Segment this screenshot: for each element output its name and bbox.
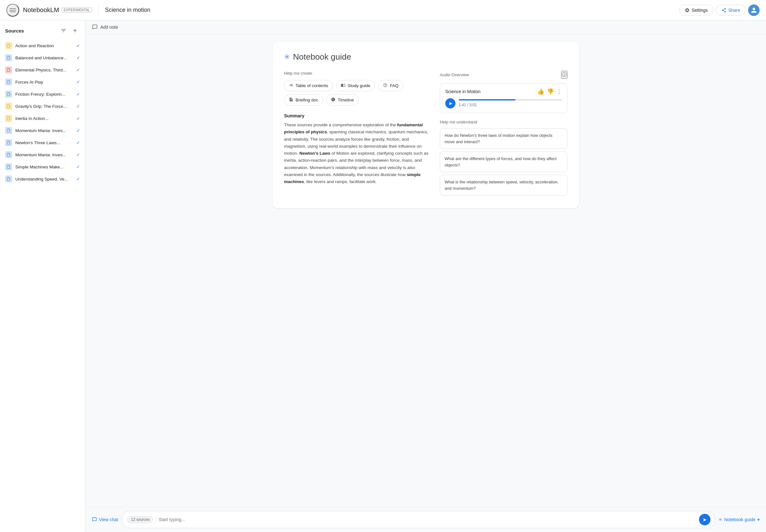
audio-player-top: Science in Motion 👍 👎 ⋮ bbox=[445, 88, 562, 95]
share-button[interactable]: Share bbox=[716, 5, 746, 16]
faq-label: FAQ bbox=[390, 83, 398, 88]
notebook-guide-card: ✳ Notebook guide Help me create Table of… bbox=[272, 42, 579, 208]
sources-badge[interactable]: 12 sources bbox=[127, 516, 153, 523]
source-check[interactable]: ✓ bbox=[76, 43, 80, 48]
menu-icon[interactable] bbox=[6, 4, 19, 17]
add-source-icon[interactable] bbox=[70, 26, 80, 36]
thumbs-down-button[interactable]: 👎 bbox=[547, 88, 554, 95]
source-icon bbox=[5, 115, 12, 122]
topbar-actions: Settings Share bbox=[679, 4, 760, 16]
briefing-button[interactable]: Briefing doc bbox=[284, 94, 323, 106]
audio-title: Science in Motion bbox=[445, 89, 481, 94]
source-label: Newton's Three Laws... bbox=[15, 140, 73, 145]
list-item[interactable]: Momentum Mania: Inves... ✓ bbox=[0, 124, 85, 137]
list-item[interactable]: Balanced and Unbalance... ✓ bbox=[0, 52, 85, 64]
notebook-guide-toggle-label: Notebook guide bbox=[724, 517, 755, 522]
chat-input-wrapper: 12 sources ➤ bbox=[122, 511, 714, 528]
main-layout: Sources Action and Reaction ✓ bbox=[0, 20, 766, 532]
timeline-label: Timeline bbox=[338, 98, 354, 102]
audio-player-card: Science in Motion 👍 👎 ⋮ ▶ bbox=[440, 83, 568, 113]
toc-button[interactable]: Table of contents bbox=[284, 80, 333, 91]
help-create-section: Help me create Table of contentsStudy gu… bbox=[284, 71, 430, 106]
source-icon bbox=[5, 103, 12, 110]
audio-info-icon[interactable]: ⓘ bbox=[561, 71, 568, 79]
source-check[interactable]: ✓ bbox=[76, 164, 80, 169]
view-chat-label: View chat bbox=[99, 517, 118, 522]
study-label: Study guide bbox=[347, 83, 370, 88]
asterisk-icon: ✳ bbox=[284, 53, 290, 61]
content-area: Add note ✳ Notebook guide Help me create bbox=[85, 20, 766, 532]
source-check[interactable]: ✓ bbox=[76, 79, 80, 85]
content-scroll: ✳ Notebook guide Help me create Table of… bbox=[85, 34, 766, 507]
list-item[interactable]: Newton's Three Laws... ✓ bbox=[0, 137, 85, 149]
notebook-guide-toggle[interactable]: ✳ Notebook guide ▾ bbox=[718, 517, 760, 522]
source-check[interactable]: ✓ bbox=[76, 116, 80, 121]
source-check[interactable]: ✓ bbox=[76, 104, 80, 109]
list-item[interactable]: Simple Machines Make... ✓ bbox=[0, 161, 85, 173]
source-icon bbox=[5, 139, 12, 146]
help-create-label: Help me create bbox=[284, 71, 430, 76]
add-note-button[interactable]: Add note bbox=[92, 24, 118, 30]
view-chat-button[interactable]: View chat bbox=[92, 517, 118, 522]
audio-more-button[interactable]: ⋮ bbox=[556, 88, 562, 95]
source-check[interactable]: ✓ bbox=[76, 128, 80, 133]
avatar[interactable] bbox=[748, 4, 760, 16]
source-check[interactable]: ✓ bbox=[76, 92, 80, 97]
timeline-button[interactable]: Timeline bbox=[326, 94, 359, 106]
audio-progress-wrapper[interactable]: 1:41 / 3:01 bbox=[459, 99, 562, 107]
source-label: Friction Frenzy: Explorin... bbox=[15, 92, 73, 97]
svg-rect-0 bbox=[10, 8, 16, 9]
source-label: Understanding Speed, Ve... bbox=[15, 177, 73, 181]
source-label: Simple Machines Make... bbox=[15, 165, 73, 169]
help-understand-section: Help me understand How do Newton's three… bbox=[440, 120, 568, 196]
understand-question-button[interactable]: What are the different types of forces, … bbox=[440, 151, 568, 172]
sources-list: Action and Reaction ✓ Balanced and Unbal… bbox=[0, 38, 85, 532]
list-item[interactable]: Understanding Speed, Ve... ✓ bbox=[0, 173, 85, 185]
svg-rect-1 bbox=[10, 10, 16, 11]
chat-input[interactable] bbox=[159, 517, 696, 522]
play-button[interactable]: ▶ bbox=[445, 98, 456, 108]
thumbs-up-button[interactable]: 👍 bbox=[537, 88, 544, 95]
bottom-bar: View chat 12 sources ➤ ✳ Notebook guide … bbox=[85, 507, 766, 532]
source-icon bbox=[5, 175, 12, 182]
source-label: Inertia In Action... bbox=[15, 116, 73, 121]
chat-input-divider bbox=[156, 516, 156, 523]
send-button[interactable]: ➤ bbox=[699, 514, 710, 525]
list-item[interactable]: Action and Reaction ✓ bbox=[0, 40, 85, 52]
list-item[interactable]: Friction Frenzy: Explorin... ✓ bbox=[0, 88, 85, 100]
audio-overview-label: Audio Overview bbox=[440, 72, 469, 77]
guide-left: Help me create Table of contentsStudy gu… bbox=[284, 71, 430, 198]
audio-time: 1:41 / 3:01 bbox=[459, 103, 477, 107]
chevron-down-icon: ▾ bbox=[757, 517, 760, 522]
list-item[interactable]: Inertia In Action... ✓ bbox=[0, 112, 85, 124]
list-item[interactable]: Gravity's Grip: The Force... ✓ bbox=[0, 100, 85, 112]
source-check[interactable]: ✓ bbox=[76, 55, 80, 60]
source-label: Gravity's Grip: The Force... bbox=[15, 104, 73, 109]
source-check[interactable]: ✓ bbox=[76, 140, 80, 145]
faq-button[interactable]: FAQ bbox=[378, 80, 403, 91]
guide-right: Audio Overview ⓘ Science in Motion 👍 👎 bbox=[440, 71, 568, 198]
source-check[interactable]: ✓ bbox=[76, 67, 80, 72]
filter-icon[interactable] bbox=[58, 26, 69, 36]
study-button[interactable]: Study guide bbox=[336, 80, 375, 91]
toc-label: Table of contents bbox=[295, 83, 328, 88]
understand-question-button[interactable]: How do Newton's three laws of motion exp… bbox=[440, 128, 568, 149]
topbar: NotebookLM Experimental Science in motio… bbox=[0, 0, 766, 20]
audio-overview-header: Audio Overview ⓘ bbox=[440, 71, 568, 79]
settings-button[interactable]: Settings bbox=[679, 5, 713, 16]
list-item[interactable]: Forces At Play ✓ bbox=[0, 76, 85, 88]
summary-text: These sources provide a comprehensive ex… bbox=[284, 122, 430, 185]
briefing-label: Briefing doc bbox=[295, 98, 318, 102]
list-item[interactable]: Momentum Mania: Inves... ✓ bbox=[0, 149, 85, 161]
source-check[interactable]: ✓ bbox=[76, 152, 80, 157]
audio-player-bottom: ▶ 1:41 / 3:01 bbox=[445, 98, 562, 108]
list-item[interactable]: Elemental Physics, Third... ✓ bbox=[0, 64, 85, 76]
guide-body: Help me create Table of contentsStudy gu… bbox=[284, 71, 568, 198]
notebook-guide-title: Notebook guide bbox=[293, 52, 351, 62]
source-icon bbox=[5, 127, 12, 134]
toc-icon bbox=[289, 83, 293, 88]
audio-overview-section: Audio Overview ⓘ Science in Motion 👍 👎 bbox=[440, 71, 568, 113]
source-check[interactable]: ✓ bbox=[76, 176, 80, 181]
understand-question-button[interactable]: What is the relationship between speed, … bbox=[440, 175, 568, 196]
source-icon bbox=[5, 66, 12, 73]
